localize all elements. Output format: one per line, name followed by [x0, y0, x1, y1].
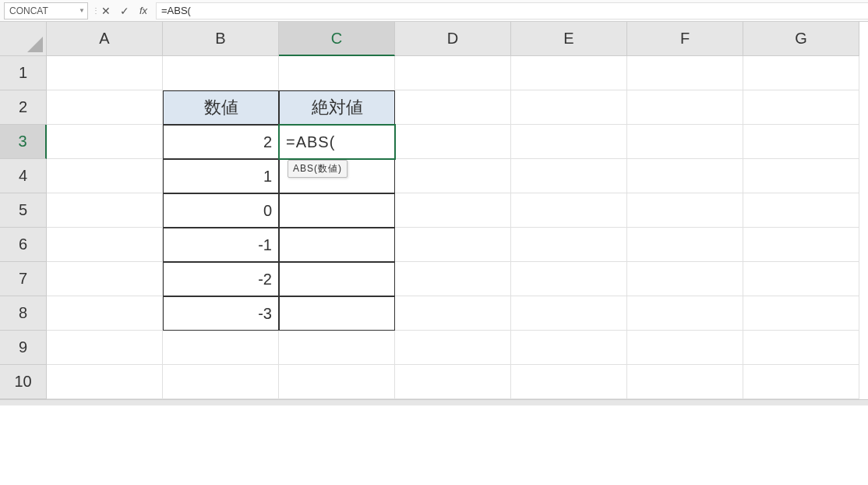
- row-header-2[interactable]: 2: [0, 90, 47, 125]
- formula-input[interactable]: =ABS(: [156, 2, 868, 19]
- cell-C6[interactable]: [279, 228, 395, 262]
- cell-A2[interactable]: [47, 90, 163, 125]
- col-header-F[interactable]: F: [627, 22, 743, 56]
- cell-D5[interactable]: [395, 193, 511, 228]
- cell-G3[interactable]: [743, 125, 859, 159]
- cell-A8[interactable]: [47, 296, 163, 331]
- cell-E10[interactable]: [511, 365, 627, 399]
- formula-bar: CONCAT ▼ ⋮ ✕ ✓ fx =ABS(: [0, 0, 868, 22]
- cell-G8[interactable]: [743, 296, 859, 331]
- cell-F10[interactable]: [627, 365, 743, 399]
- cell-E4[interactable]: [511, 159, 627, 193]
- cell-A7[interactable]: [47, 262, 163, 296]
- cell-G6[interactable]: [743, 228, 859, 262]
- cell-C1[interactable]: [279, 56, 395, 90]
- row-header-8[interactable]: 8: [0, 296, 47, 331]
- cell-C7[interactable]: [279, 262, 395, 296]
- col-header-E[interactable]: E: [511, 22, 627, 56]
- cell-E6[interactable]: [511, 228, 627, 262]
- cell-B7[interactable]: -2: [163, 262, 279, 296]
- cell-E3[interactable]: [511, 125, 627, 159]
- cell-C5[interactable]: [279, 193, 395, 228]
- col-header-A[interactable]: A: [47, 22, 163, 56]
- cell-B9[interactable]: [163, 331, 279, 365]
- cell-E1[interactable]: [511, 56, 627, 90]
- cell-C3[interactable]: =ABS( ABS(数値): [279, 125, 395, 159]
- cell-G2[interactable]: [743, 90, 859, 125]
- cell-edit-text: =ABS(: [286, 133, 335, 151]
- insert-function-button[interactable]: fx: [134, 2, 153, 19]
- col-header-C[interactable]: C: [279, 22, 395, 56]
- name-box[interactable]: CONCAT ▼: [4, 2, 88, 19]
- cell-G4[interactable]: [743, 159, 859, 193]
- cell-C10[interactable]: [279, 365, 395, 399]
- cell-A9[interactable]: [47, 331, 163, 365]
- cell-A6[interactable]: [47, 228, 163, 262]
- row-header-4[interactable]: 4: [0, 159, 47, 193]
- row-header-6[interactable]: 6: [0, 228, 47, 262]
- col-header-B[interactable]: B: [163, 22, 279, 56]
- cell-E9[interactable]: [511, 331, 627, 365]
- cell-A10[interactable]: [47, 365, 163, 399]
- col-header-G[interactable]: G: [743, 22, 859, 56]
- row-header-5[interactable]: 5: [0, 193, 47, 228]
- cell-C9[interactable]: [279, 331, 395, 365]
- cell-F3[interactable]: [627, 125, 743, 159]
- cell-D3[interactable]: [395, 125, 511, 159]
- row-header-9[interactable]: 9: [0, 331, 47, 365]
- cell-D9[interactable]: [395, 331, 511, 365]
- cancel-button[interactable]: ✕: [97, 2, 115, 19]
- cell-C2[interactable]: 絶対値: [279, 90, 395, 125]
- cell-B2[interactable]: 数値: [163, 90, 279, 125]
- cell-G10[interactable]: [743, 365, 859, 399]
- cell-F5[interactable]: [627, 193, 743, 228]
- grid-bottom-edge: [0, 399, 868, 405]
- select-all-corner[interactable]: [0, 22, 47, 56]
- cell-F1[interactable]: [627, 56, 743, 90]
- cell-F9[interactable]: [627, 331, 743, 365]
- name-box-value: CONCAT: [9, 5, 48, 16]
- cell-B6[interactable]: -1: [163, 228, 279, 262]
- cell-D4[interactable]: [395, 159, 511, 193]
- cell-F4[interactable]: [627, 159, 743, 193]
- cell-B10[interactable]: [163, 365, 279, 399]
- cell-B4[interactable]: 1: [163, 159, 279, 193]
- cell-B8[interactable]: -3: [163, 296, 279, 331]
- cell-F2[interactable]: [627, 90, 743, 125]
- cell-D2[interactable]: [395, 90, 511, 125]
- cell-D6[interactable]: [395, 228, 511, 262]
- cell-D10[interactable]: [395, 365, 511, 399]
- cell-A5[interactable]: [47, 193, 163, 228]
- cell-B1[interactable]: [163, 56, 279, 90]
- cell-E8[interactable]: [511, 296, 627, 331]
- cell-A3[interactable]: [47, 125, 163, 159]
- col-header-D[interactable]: D: [395, 22, 511, 56]
- cell-A4[interactable]: [47, 159, 163, 193]
- cell-F6[interactable]: [627, 228, 743, 262]
- cell-E2[interactable]: [511, 90, 627, 125]
- cell-F8[interactable]: [627, 296, 743, 331]
- cell-E5[interactable]: [511, 193, 627, 228]
- row-header-3[interactable]: 3: [0, 125, 47, 159]
- row-header-10[interactable]: 10: [0, 365, 47, 399]
- cell-F7[interactable]: [627, 262, 743, 296]
- cell-B3[interactable]: 2: [163, 125, 279, 159]
- cell-D7[interactable]: [395, 262, 511, 296]
- cell-G9[interactable]: [743, 331, 859, 365]
- cell-G5[interactable]: [743, 193, 859, 228]
- cell-D8[interactable]: [395, 296, 511, 331]
- cell-C8[interactable]: [279, 296, 395, 331]
- cell-D1[interactable]: [395, 56, 511, 90]
- function-tooltip[interactable]: ABS(数値): [288, 160, 348, 178]
- cell-G1[interactable]: [743, 56, 859, 90]
- cell-A1[interactable]: [47, 56, 163, 90]
- row-header-7[interactable]: 7: [0, 262, 47, 296]
- enter-button[interactable]: ✓: [115, 2, 134, 19]
- cell-B5[interactable]: 0: [163, 193, 279, 228]
- chevron-down-icon[interactable]: ▼: [79, 7, 85, 14]
- cell-grid: A B C D E F G 1 2 3 4 5 6 7 8 9 10 数値 絶対…: [0, 22, 868, 399]
- cell-E7[interactable]: [511, 262, 627, 296]
- row-header-1[interactable]: 1: [0, 56, 47, 90]
- cell-G7[interactable]: [743, 262, 859, 296]
